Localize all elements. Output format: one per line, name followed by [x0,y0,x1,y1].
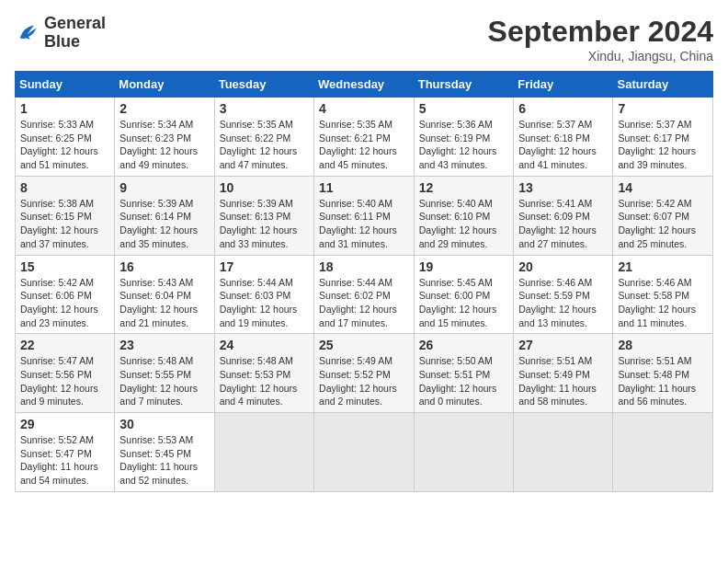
calendar-cell: 7Sunrise: 5:37 AMSunset: 6:17 PMDaylight… [613,98,713,177]
day-number: 23 [119,338,209,352]
day-info: Sunrise: 5:47 AMSunset: 5:56 PMDaylight:… [20,354,109,408]
calendar-cell: 12Sunrise: 5:40 AMSunset: 6:10 PMDayligh… [414,176,513,255]
calendar-week-4: 22Sunrise: 5:47 AMSunset: 5:56 PMDayligh… [16,334,713,413]
calendar-cell [314,413,415,492]
calendar-cell: 29Sunrise: 5:52 AMSunset: 5:47 PMDayligh… [16,413,115,492]
calendar-cell: 4Sunrise: 5:35 AMSunset: 6:21 PMDaylight… [314,98,415,177]
day-number: 6 [518,101,608,116]
day-number: 24 [220,338,309,352]
day-number: 4 [319,101,409,116]
calendar-cell [214,413,313,492]
day-info: Sunrise: 5:37 AMSunset: 6:17 PMDaylight:… [618,118,708,172]
day-number: 11 [319,180,409,195]
day-info: Sunrise: 5:48 AMSunset: 5:55 PMDaylight:… [119,354,209,408]
calendar-cell [414,413,513,492]
logo-line1: General [44,15,106,33]
day-number: 19 [419,259,508,274]
day-info: Sunrise: 5:46 AMSunset: 5:59 PMDaylight:… [518,276,608,330]
calendar-table: SundayMondayTuesdayWednesdayThursdayFrid… [15,71,713,492]
day-number: 25 [319,338,409,352]
calendar-week-2: 8Sunrise: 5:38 AMSunset: 6:15 PMDaylight… [16,176,713,255]
location: Xindu, Jiangsu, China [488,49,713,63]
calendar-cell: 20Sunrise: 5:46 AMSunset: 5:59 PMDayligh… [514,255,613,334]
calendar-week-5: 29Sunrise: 5:52 AMSunset: 5:47 PMDayligh… [16,413,713,492]
day-info: Sunrise: 5:33 AMSunset: 6:25 PMDaylight:… [20,118,109,172]
calendar-cell: 23Sunrise: 5:48 AMSunset: 5:55 PMDayligh… [115,334,214,413]
weekday-header-friday: Friday [514,72,613,98]
calendar-cell: 13Sunrise: 5:41 AMSunset: 6:09 PMDayligh… [514,176,613,255]
calendar-cell: 15Sunrise: 5:42 AMSunset: 6:06 PMDayligh… [16,255,115,334]
day-info: Sunrise: 5:53 AMSunset: 5:45 PMDaylight:… [119,433,209,488]
calendar-week-1: 1Sunrise: 5:33 AMSunset: 6:25 PMDaylight… [16,98,713,177]
weekday-header-saturday: Saturday [613,72,713,98]
day-info: Sunrise: 5:51 AMSunset: 5:48 PMDaylight:… [618,354,708,408]
calendar-cell: 26Sunrise: 5:50 AMSunset: 5:51 PMDayligh… [414,334,513,413]
calendar-cell: 16Sunrise: 5:43 AMSunset: 6:04 PMDayligh… [115,255,214,334]
day-info: Sunrise: 5:34 AMSunset: 6:23 PMDaylight:… [119,118,209,172]
day-number: 18 [319,259,409,274]
calendar-cell: 30Sunrise: 5:53 AMSunset: 5:45 PMDayligh… [115,413,214,492]
day-number: 7 [618,101,708,116]
day-number: 3 [220,101,309,116]
calendar-cell: 14Sunrise: 5:42 AMSunset: 6:07 PMDayligh… [613,176,713,255]
day-info: Sunrise: 5:38 AMSunset: 6:15 PMDaylight:… [20,197,109,251]
day-number: 22 [20,338,109,352]
day-number: 8 [20,180,109,195]
day-number: 17 [220,259,309,274]
day-info: Sunrise: 5:46 AMSunset: 5:58 PMDaylight:… [618,276,708,330]
calendar-week-3: 15Sunrise: 5:42 AMSunset: 6:06 PMDayligh… [16,255,713,334]
page-header: General Blue September 2024 Xindu, Jiang… [15,15,713,63]
day-number: 2 [119,101,209,116]
day-info: Sunrise: 5:36 AMSunset: 6:19 PMDaylight:… [419,118,508,172]
day-number: 26 [419,338,508,352]
day-info: Sunrise: 5:40 AMSunset: 6:10 PMDaylight:… [419,197,508,251]
day-info: Sunrise: 5:35 AMSunset: 6:22 PMDaylight:… [220,118,309,172]
day-info: Sunrise: 5:44 AMSunset: 6:03 PMDaylight:… [220,276,309,330]
weekday-header-wednesday: Wednesday [314,72,415,98]
day-number: 5 [419,101,508,116]
calendar-cell: 22Sunrise: 5:47 AMSunset: 5:56 PMDayligh… [16,334,115,413]
weekday-header-thursday: Thursday [414,72,513,98]
day-info: Sunrise: 5:40 AMSunset: 6:11 PMDaylight:… [319,197,409,251]
calendar-cell: 11Sunrise: 5:40 AMSunset: 6:11 PMDayligh… [314,176,415,255]
calendar-cell: 2Sunrise: 5:34 AMSunset: 6:23 PMDaylight… [115,98,214,177]
day-info: Sunrise: 5:37 AMSunset: 6:18 PMDaylight:… [518,118,608,172]
day-number: 1 [20,101,109,116]
day-number: 16 [119,259,209,274]
day-number: 28 [618,338,708,352]
day-info: Sunrise: 5:52 AMSunset: 5:47 PMDaylight:… [20,433,109,488]
calendar-cell: 28Sunrise: 5:51 AMSunset: 5:48 PMDayligh… [613,334,713,413]
day-number: 15 [20,259,109,274]
weekday-header-monday: Monday [115,72,214,98]
calendar-header-row: SundayMondayTuesdayWednesdayThursdayFrid… [16,72,713,98]
calendar-cell: 19Sunrise: 5:45 AMSunset: 6:00 PMDayligh… [414,255,513,334]
calendar-cell: 27Sunrise: 5:51 AMSunset: 5:49 PMDayligh… [514,334,613,413]
calendar-cell: 17Sunrise: 5:44 AMSunset: 6:03 PMDayligh… [214,255,313,334]
day-info: Sunrise: 5:43 AMSunset: 6:04 PMDaylight:… [119,276,209,330]
day-info: Sunrise: 5:49 AMSunset: 5:52 PMDaylight:… [319,354,409,408]
day-info: Sunrise: 5:41 AMSunset: 6:09 PMDaylight:… [518,197,608,251]
month-title: September 2024 [488,15,713,49]
day-number: 12 [419,180,508,195]
title-block: September 2024 Xindu, Jiangsu, China [488,15,713,63]
day-number: 14 [618,180,708,195]
calendar-cell: 3Sunrise: 5:35 AMSunset: 6:22 PMDaylight… [214,98,313,177]
day-info: Sunrise: 5:51 AMSunset: 5:49 PMDaylight:… [518,354,608,408]
day-number: 20 [518,259,608,274]
day-info: Sunrise: 5:50 AMSunset: 5:51 PMDaylight:… [419,354,508,408]
day-number: 21 [618,259,708,274]
day-number: 13 [518,180,608,195]
day-info: Sunrise: 5:48 AMSunset: 5:53 PMDaylight:… [220,354,309,408]
logo-bird-icon [15,20,40,46]
calendar-cell: 21Sunrise: 5:46 AMSunset: 5:58 PMDayligh… [613,255,713,334]
day-info: Sunrise: 5:45 AMSunset: 6:00 PMDaylight:… [419,276,508,330]
calendar-cell: 1Sunrise: 5:33 AMSunset: 6:25 PMDaylight… [16,98,115,177]
calendar-cell: 24Sunrise: 5:48 AMSunset: 5:53 PMDayligh… [214,334,313,413]
day-info: Sunrise: 5:42 AMSunset: 6:07 PMDaylight:… [618,197,708,251]
calendar-cell: 8Sunrise: 5:38 AMSunset: 6:15 PMDaylight… [16,176,115,255]
day-number: 29 [20,417,109,431]
day-info: Sunrise: 5:42 AMSunset: 6:06 PMDaylight:… [20,276,109,330]
day-info: Sunrise: 5:39 AMSunset: 6:14 PMDaylight:… [119,197,209,251]
day-info: Sunrise: 5:44 AMSunset: 6:02 PMDaylight:… [319,276,409,330]
calendar-cell: 10Sunrise: 5:39 AMSunset: 6:13 PMDayligh… [214,176,313,255]
